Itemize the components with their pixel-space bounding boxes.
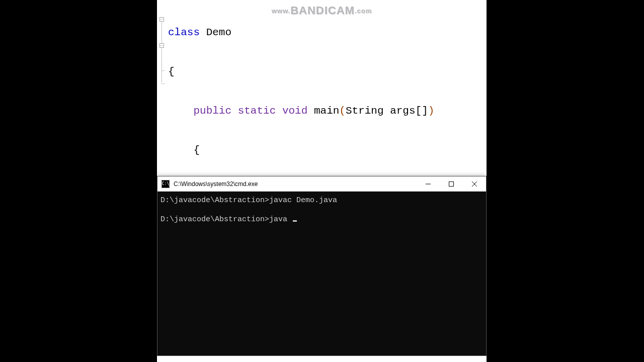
close-icon xyxy=(472,182,477,187)
maximize-button[interactable] xyxy=(440,176,463,192)
code-line: { xyxy=(168,65,487,78)
fold-toggle-icon[interactable]: − xyxy=(159,43,164,48)
minimize-icon xyxy=(426,182,431,187)
cmd-title: C:\Windows\system32\cmd.exe xyxy=(174,180,417,188)
code-area[interactable]: class Demo { public static void main(Str… xyxy=(167,0,487,176)
svg-rect-1 xyxy=(449,182,454,186)
cmd-cursor xyxy=(293,220,297,222)
close-button[interactable] xyxy=(463,176,486,192)
cmd-window: C:\ C:\Windows\system32\cmd.exe D:\javac… xyxy=(157,176,487,356)
code-line: public static void main(String args[]) xyxy=(168,105,487,118)
code-line: { xyxy=(168,144,487,157)
cmd-titlebar[interactable]: C:\ C:\Windows\system32\cmd.exe xyxy=(157,176,486,192)
cmd-body[interactable]: D:\javacode\Abstraction>javac Demo.java … xyxy=(157,192,486,228)
fold-toggle-icon[interactable]: − xyxy=(159,17,164,22)
cmd-icon: C:\ xyxy=(162,180,170,188)
bottom-strip xyxy=(157,356,487,362)
maximize-icon xyxy=(449,182,454,187)
code-editor[interactable]: − − class Demo { public static void main… xyxy=(157,0,487,176)
cmd-line: D:\javacode\Abstraction>java xyxy=(160,215,292,224)
minimize-button[interactable] xyxy=(417,176,440,192)
fold-gutter: − − xyxy=(157,0,167,176)
cmd-line: D:\javacode\Abstraction>javac Demo.java xyxy=(160,196,337,205)
code-line: class Demo xyxy=(168,26,487,39)
